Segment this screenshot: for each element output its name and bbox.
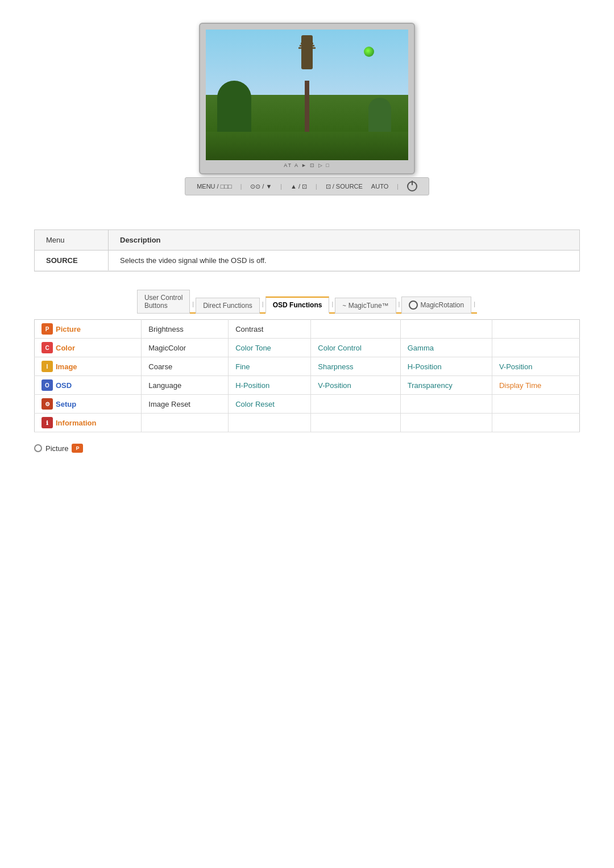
table-row: C Color MagicColor Color Tone Color Cont… bbox=[35, 339, 580, 357]
empty-cell-s2 bbox=[400, 395, 492, 414]
auto-button-label[interactable]: AUTO bbox=[371, 183, 388, 190]
monitor-section: AT A ► ⊡ ▷ □ MENU / □□□ | ⊙⊙ / ▼ | ▲ / ⊡… bbox=[0, 0, 614, 212]
vposition-cell[interactable]: V-Position bbox=[492, 357, 579, 376]
empty-cell-i4 bbox=[400, 414, 492, 432]
tab-divider-2: | bbox=[260, 295, 265, 312]
brightness-cell[interactable]: Brightness bbox=[142, 320, 229, 339]
empty-cell-s3 bbox=[492, 395, 579, 414]
menu-name-picture: Picture bbox=[56, 325, 81, 333]
menu-name-setup: Setup bbox=[56, 400, 76, 408]
table-row: P Picture Brightness Contrast bbox=[35, 320, 580, 339]
pagoda bbox=[298, 38, 316, 66]
hposition-cell[interactable]: H-Position bbox=[400, 357, 492, 376]
colorreset-cell[interactable]: Color Reset bbox=[229, 395, 311, 414]
col-menu-header: Menu bbox=[35, 230, 109, 250]
language-cell[interactable]: Language bbox=[142, 376, 229, 395]
displaytime-cell[interactable]: Display Time bbox=[492, 376, 579, 395]
empty-cell-i5 bbox=[492, 414, 579, 432]
magic-tune-icon: ~ bbox=[342, 302, 346, 309]
imagereset-cell[interactable]: Image Reset bbox=[142, 395, 229, 414]
sep4: | bbox=[397, 183, 399, 190]
tab-magic-tune[interactable]: ~ MagicTune™ bbox=[335, 298, 396, 314]
icon-color: C bbox=[42, 342, 53, 353]
tabs-bar: User Control Buttons | Direct Functions … bbox=[137, 289, 477, 314]
gamma-cell[interactable]: Gamma bbox=[400, 339, 492, 357]
magiccolor-cell[interactable]: MagicColor bbox=[142, 339, 229, 357]
green-ball bbox=[364, 47, 374, 57]
table-row: ℹ Information bbox=[35, 414, 580, 432]
empty-cell-s1 bbox=[311, 395, 400, 414]
rotation-icon bbox=[409, 301, 418, 310]
source-desc-cell: Selects the video signal while the OSD i… bbox=[109, 251, 579, 270]
picture-label-section: Picture P bbox=[34, 444, 580, 453]
tab-divider-5: | bbox=[472, 295, 477, 312]
empty-cell-i3 bbox=[311, 414, 400, 432]
menu-cell-color[interactable]: C Color bbox=[35, 339, 142, 357]
icon-picture: P bbox=[42, 323, 53, 335]
tab-osd-functions[interactable]: OSD Functions bbox=[265, 297, 330, 314]
colorcontrol-cell[interactable]: Color Control bbox=[311, 339, 400, 357]
transparency-cell[interactable]: Transparency bbox=[400, 376, 492, 395]
menu-cell-information[interactable]: ℹ Information bbox=[35, 414, 142, 432]
icon-info: ℹ bbox=[42, 417, 53, 428]
sep2: | bbox=[280, 183, 282, 190]
empty-cell-i2 bbox=[229, 414, 311, 432]
table-row: I Image Coarse Fine Sharpness H-Position… bbox=[35, 357, 580, 376]
table-header-row: Menu Description bbox=[35, 230, 579, 251]
monitor-frame: AT A ► ⊡ ▷ □ bbox=[199, 23, 415, 174]
tab-magic-rotation[interactable]: MagicRotation bbox=[401, 297, 471, 314]
menu-cell-osd[interactable]: O OSD bbox=[35, 376, 142, 395]
tab-user-control[interactable]: User Control Buttons bbox=[137, 290, 190, 314]
menu-name-color: Color bbox=[56, 344, 75, 352]
menu-name-information: Information bbox=[56, 419, 97, 427]
menu-name-osd: OSD bbox=[56, 381, 72, 390]
monitor-buttons-bar: MENU / □□□ | ⊙⊙ / ▼ | ▲ / ⊡ | ⊡ / SOURCE… bbox=[185, 177, 429, 195]
picture-icon-small: P bbox=[72, 444, 83, 453]
sep1: | bbox=[240, 183, 242, 190]
col-description-header: Description bbox=[109, 230, 579, 250]
monitor-logo: AT A ► ⊡ ▷ □ bbox=[284, 162, 330, 168]
empty-cell-p2 bbox=[400, 320, 492, 339]
sharpness-cell[interactable]: Sharpness bbox=[311, 357, 400, 376]
contrast-cell[interactable]: Contrast bbox=[229, 320, 311, 339]
tab-divider-4: | bbox=[397, 295, 402, 312]
ground bbox=[206, 132, 408, 160]
monitor-bezel-bottom: AT A ► ⊡ ▷ □ bbox=[206, 160, 408, 170]
description-table: Menu Description SOURCE Selects the vide… bbox=[34, 229, 580, 272]
table-source-row: SOURCE Selects the video signal while th… bbox=[35, 251, 579, 271]
menu-name-image: Image bbox=[56, 362, 77, 371]
source-button-label[interactable]: ⊡ / SOURCE bbox=[326, 183, 363, 190]
icon-setup: ⚙ bbox=[42, 398, 53, 410]
osd-hposition-cell[interactable]: H-Position bbox=[229, 376, 311, 395]
radio-circle bbox=[34, 444, 42, 452]
source-menu-cell: SOURCE bbox=[35, 251, 109, 270]
brightness-button-label[interactable]: ⊙⊙ / ▼ bbox=[250, 183, 272, 190]
tab-divider-3: | bbox=[330, 295, 335, 312]
menu-button-label[interactable]: MENU / □□□ bbox=[197, 183, 232, 190]
empty-cell-c1 bbox=[492, 339, 579, 357]
colortone-cell[interactable]: Color Tone bbox=[229, 339, 311, 357]
table-row: ⚙ Setup Image Reset Color Reset bbox=[35, 395, 580, 414]
icon-osd: O bbox=[42, 379, 53, 391]
position-button-label[interactable]: ▲ / ⊡ bbox=[291, 183, 307, 190]
tab-divider-1: | bbox=[190, 295, 196, 312]
osd-vposition-cell[interactable]: V-Position bbox=[311, 376, 400, 395]
icon-image: I bbox=[42, 361, 53, 372]
menu-cell-picture[interactable]: P Picture bbox=[35, 320, 142, 339]
sep3: | bbox=[316, 183, 317, 190]
tabs-container: User Control Buttons | Direct Functions … bbox=[0, 289, 614, 314]
fine-cell[interactable]: Fine bbox=[229, 357, 311, 376]
power-icon[interactable] bbox=[407, 181, 417, 191]
monitor-screen bbox=[206, 30, 408, 160]
osd-grid-table: P Picture Brightness Contrast C Color bbox=[34, 319, 580, 432]
menu-cell-image[interactable]: I Image bbox=[35, 357, 142, 376]
menu-cell-setup[interactable]: ⚙ Setup bbox=[35, 395, 142, 414]
empty-cell-p3 bbox=[492, 320, 579, 339]
picture-text-label: Picture bbox=[45, 444, 68, 453]
osd-grid-section: P Picture Brightness Contrast C Color bbox=[34, 319, 580, 432]
empty-cell-p1 bbox=[311, 320, 400, 339]
tab-direct-functions[interactable]: Direct Functions bbox=[196, 298, 260, 314]
empty-cell-i1 bbox=[142, 414, 229, 432]
table-row: O OSD Language H-Position V-Position Tra… bbox=[35, 376, 580, 395]
coarse-cell[interactable]: Coarse bbox=[142, 357, 229, 376]
